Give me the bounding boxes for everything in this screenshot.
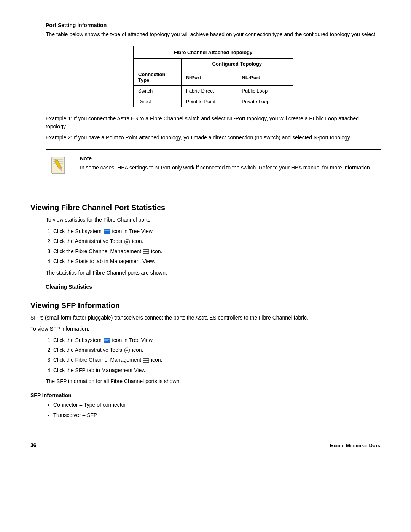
sfp-step-1-text-before: Click the Subsystem [53, 337, 103, 343]
viewing-sfp-intro2: To view SFP information: [30, 325, 381, 333]
topology-table-wrapper: Fibre Channel Attached Topology Configur… [46, 46, 381, 107]
sfp-step-1: Click the Subsystem icon in Tree View. [53, 336, 381, 344]
fc-step-1-text-after: icon in Tree View. [112, 228, 154, 234]
subsystem-icon-2 [104, 338, 110, 343]
subsystem-icon-1 [104, 229, 110, 234]
svg-rect-30 [124, 350, 125, 351]
svg-rect-23 [104, 339, 110, 340]
col-header-connection: Connection Type [134, 69, 182, 86]
sfp-step-1-text-after: icon in Tree View. [112, 337, 154, 343]
fc-step-3: Click the Fibre Channel Management icon. [53, 247, 381, 256]
note-box: Note In some cases, HBA settings to N-Po… [46, 149, 381, 182]
note-content: Note In some cases, HBA settings to N-Po… [80, 155, 381, 175]
svg-rect-24 [104, 340, 108, 341]
fc-mgmt-icon-1 [143, 249, 149, 254]
fc-step-2-text-after: icon. [132, 238, 143, 244]
section-divider [30, 192, 381, 192]
table-row: DirectPoint to PointPrivate Loop [134, 96, 293, 107]
sfp-info-item: Transceiver – SFP [53, 411, 381, 419]
svg-rect-11 [104, 233, 109, 233]
fc-step-4-text: Click the Statistic tab in Management Vi… [53, 258, 155, 264]
fc-step-4: Click the Statistic tab in Management Vi… [53, 257, 381, 265]
page-number: 36 [30, 442, 37, 448]
fc-mgmt-icon-2 [143, 358, 149, 363]
svg-rect-15 [127, 243, 127, 244]
port-setting-title: Port Setting Information [46, 22, 381, 28]
viewing-sfp-title: Viewing SFP Information [30, 301, 381, 310]
viewing-sfp-steps: Click the Subsystem icon in Tree View. C… [30, 336, 381, 375]
table-sub-header: Configured Topology [181, 59, 293, 69]
svg-point-27 [126, 350, 128, 351]
viewing-sfp-intro: SFPs (small form-factor pluggable) trans… [30, 314, 381, 322]
svg-rect-31 [129, 350, 130, 351]
svg-rect-9 [104, 230, 110, 231]
port-setting-section: Port Setting Information The table below… [30, 22, 381, 182]
admin-tools-icon-1 [124, 239, 130, 245]
sfp-step-3-text-after: icon. [151, 357, 162, 363]
note-icon [46, 155, 72, 176]
fc-step-1: Click the Subsystem icon in Tree View. [53, 227, 381, 235]
viewing-fc-intro: To view statistics for the Fibre Channel… [30, 216, 381, 224]
svg-rect-29 [127, 352, 127, 353]
company-name-text: Excel Meridian Data [330, 443, 381, 448]
col-header-nport: N-Port [181, 69, 237, 86]
viewing-sfp-result: The SFP information for all Fibre Channe… [30, 377, 381, 385]
col-header-nlport: NL-Port [237, 69, 293, 86]
example1-text: Example 1: If you connect the Astra ES t… [46, 115, 381, 131]
port-setting-intro: The table below shows the type of attach… [46, 30, 381, 38]
viewing-fc-title: Viewing Fibre Channel Port Statistics [30, 203, 381, 212]
sfp-step-2-text-after: icon. [132, 347, 143, 353]
sfp-step-3: Click the Fibre Channel Management icon. [53, 356, 381, 364]
svg-rect-10 [104, 232, 108, 232]
viewing-fc-result: The statistics for all Fibre Channel por… [30, 269, 381, 277]
page-footer: 36 Excel Meridian Data [30, 442, 381, 448]
note-title: Note [80, 155, 381, 161]
fc-step-2-text-before: Click the Administrative Tools [53, 238, 124, 244]
svg-rect-16 [124, 241, 125, 242]
sfp-info-list: Connector – Type of connectorTransceiver… [30, 401, 381, 419]
svg-rect-14 [127, 239, 127, 240]
note-text: In some cases, HBA settings to N-Port on… [80, 164, 381, 172]
fc-step-2: Click the Administrative Tools icon. [53, 237, 381, 245]
table-main-header: Fibre Channel Attached Topology [134, 46, 293, 59]
svg-rect-17 [129, 241, 130, 242]
sfp-step-2-text-before: Click the Administrative Tools [53, 347, 124, 353]
fc-step-1-text-before: Click the Subsystem [53, 228, 103, 234]
viewing-fc-section: Viewing Fibre Channel Port Statistics To… [30, 203, 381, 290]
topology-table: Fibre Channel Attached Topology Configur… [133, 46, 293, 107]
sfp-step-4-text: Click the SFP tab in Management View. [53, 367, 147, 373]
clearing-statistics-title: Clearing Statistics [30, 284, 381, 290]
svg-rect-1 [53, 159, 63, 160]
viewing-fc-steps: Click the Subsystem icon in Tree View. C… [30, 227, 381, 266]
company-name: Excel Meridian Data [330, 443, 381, 448]
sfp-info-item: Connector – Type of connector [53, 401, 381, 409]
fc-step-3-text-before: Click the Fibre Channel Management [53, 248, 143, 254]
pencil-icon [49, 155, 70, 176]
fc-step-3-text-after: icon. [151, 248, 162, 254]
svg-point-13 [126, 241, 128, 243]
sfp-info-title: SFP Information [30, 392, 381, 398]
sfp-step-2: Click the Administrative Tools icon. [53, 346, 381, 354]
admin-tools-icon-2 [124, 347, 130, 353]
svg-rect-25 [104, 342, 109, 342]
svg-rect-28 [127, 348, 127, 349]
table-row: SwitchFabric DirectPublic Loop [134, 86, 293, 96]
example2-text: Example 2: If you have a Point to Point … [46, 134, 381, 142]
sfp-step-3-text-before: Click the Fibre Channel Management [53, 357, 143, 363]
sfp-step-4: Click the SFP tab in Management View. [53, 366, 381, 374]
viewing-sfp-section: Viewing SFP Information SFPs (small form… [30, 301, 381, 419]
topology-table-body: SwitchFabric DirectPublic LoopDirectPoin… [134, 86, 293, 107]
